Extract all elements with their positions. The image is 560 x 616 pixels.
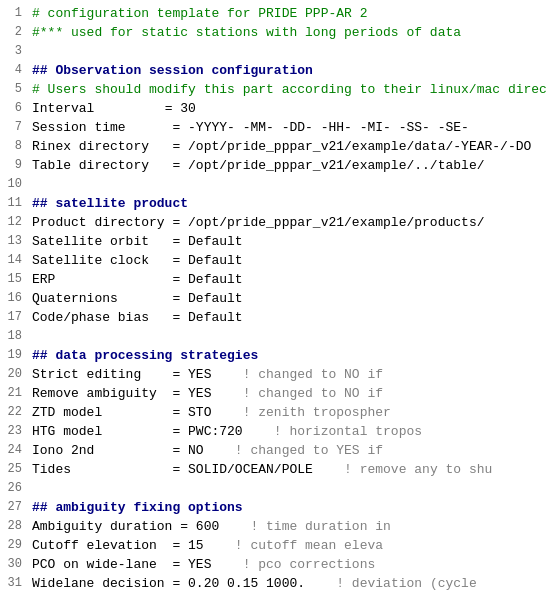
code-line: 1# configuration template for PRIDE PPP-… — [0, 4, 560, 23]
equals-sign: = — [165, 215, 188, 230]
line-number: 10 — [0, 175, 28, 194]
line-content: ## satellite product — [28, 194, 560, 213]
line-number: 16 — [0, 289, 28, 308]
key-text: Rinex directory — [32, 139, 165, 154]
note-text: ! time duration in — [219, 519, 391, 534]
code-editor: 1# configuration template for PRIDE PPP-… — [0, 0, 560, 597]
code-line: 21Remove ambiguity = YES ! changed to NO… — [0, 384, 560, 403]
key-text: Product directory — [32, 215, 165, 230]
line-number: 17 — [0, 308, 28, 327]
line-number: 28 — [0, 517, 28, 536]
key-text: ERP — [32, 272, 165, 287]
equals-sign: = — [165, 234, 188, 249]
equals-sign: = — [157, 101, 180, 116]
value-text: /opt/pride_pppar_v21/example/data/-YEAR-… — [188, 139, 531, 154]
key-text: Interval — [32, 101, 157, 116]
note-text: ! cutoff mean eleva — [204, 538, 383, 553]
value-text: NO — [188, 443, 204, 458]
value-text: /opt/pride_pppar_v21/example/../table/ — [188, 158, 484, 173]
code-line: 10 — [0, 175, 560, 194]
comment-text: #*** used for static stations with long … — [32, 25, 461, 40]
value-text: Default — [188, 272, 243, 287]
value-text: SOLID/OCEAN/POLE — [188, 462, 313, 477]
equals-sign: = — [165, 462, 188, 477]
code-line: 27## ambiguity fixing options — [0, 498, 560, 517]
code-line: 19## data processing strategies — [0, 346, 560, 365]
line-number: 12 — [0, 213, 28, 232]
equals-sign: = — [165, 310, 188, 325]
key-text: Iono 2nd — [32, 443, 165, 458]
line-number: 18 — [0, 327, 28, 346]
value-text: Default — [188, 310, 243, 325]
line-number: 8 — [0, 137, 28, 156]
line-number: 1 — [0, 4, 28, 23]
line-number: 30 — [0, 555, 28, 574]
line-content: Product directory = /opt/pride_pppar_v21… — [28, 213, 560, 232]
value-text: Default — [188, 291, 243, 306]
value-text: YES — [188, 386, 211, 401]
note-text: ! changed to NO if — [211, 386, 383, 401]
line-content: ## data processing strategies — [28, 346, 560, 365]
line-number: 27 — [0, 498, 28, 517]
line-content: # configuration template for PRIDE PPP-A… — [28, 4, 560, 23]
key-text: Satellite orbit — [32, 234, 165, 249]
equals-sign: = — [165, 538, 188, 553]
equals-sign: = — [165, 158, 188, 173]
code-line: 7Session time = -YYYY- -MM- -DD- -HH- -M… — [0, 118, 560, 137]
equals-sign: = — [165, 443, 188, 458]
key-text: Code/phase bias — [32, 310, 165, 325]
line-content: Strict editing = YES ! changed to NO if — [28, 365, 560, 384]
code-line: 22ZTD model = STO ! zenith tropospher — [0, 403, 560, 422]
line-number: 5 — [0, 80, 28, 99]
value-text: YES — [188, 557, 211, 572]
line-content: PCO on wide-lane = YES ! pco corrections — [28, 555, 560, 574]
value-text: 0.20 0.15 1000. — [188, 576, 305, 591]
code-line: 12Product directory = /opt/pride_pppar_v… — [0, 213, 560, 232]
code-line: 20Strict editing = YES ! changed to NO i… — [0, 365, 560, 384]
equals-sign: = — [165, 424, 188, 439]
equals-sign: = — [165, 139, 188, 154]
code-line: 2#*** used for static stations with long… — [0, 23, 560, 42]
line-content: HTG model = PWC:720 ! horizontal tropos — [28, 422, 560, 441]
code-line: 5# Users should modify this part accordi… — [0, 80, 560, 99]
value-text: 600 — [196, 519, 219, 534]
line-number: 3 — [0, 42, 28, 61]
code-line: 16Quaternions = Default — [0, 289, 560, 308]
key-text: Quaternions — [32, 291, 165, 306]
code-line: 18 — [0, 327, 560, 346]
value-text: Default — [188, 234, 243, 249]
line-content: ERP = Default — [28, 270, 560, 289]
line-content: Remove ambiguity = YES ! changed to NO i… — [28, 384, 560, 403]
line-content: Quaternions = Default — [28, 289, 560, 308]
line-content: ## ambiguity fixing options — [28, 498, 560, 517]
comment-text: # configuration template for PRIDE PPP-A… — [32, 6, 367, 21]
value-text: STO — [188, 405, 211, 420]
line-number: 11 — [0, 194, 28, 213]
value-text: YES — [188, 367, 211, 382]
key-text: Session time — [32, 120, 165, 135]
line-number: 31 — [0, 574, 28, 593]
heading-text: ## Observation session configuration — [32, 63, 313, 78]
equals-sign: = — [165, 557, 188, 572]
code-line: 15ERP = Default — [0, 270, 560, 289]
heading-text: ## ambiguity fixing options — [32, 500, 243, 515]
code-line: 4## Observation session configuration — [0, 61, 560, 80]
line-number: 6 — [0, 99, 28, 118]
equals-sign: = — [165, 291, 188, 306]
key-text: Strict editing — [32, 367, 165, 382]
line-content: Interval = 30 — [28, 99, 560, 118]
line-number: 20 — [0, 365, 28, 384]
value-text: Default — [188, 253, 243, 268]
line-content: Iono 2nd = NO ! changed to YES if — [28, 441, 560, 460]
key-text: Widelane decision — [32, 576, 165, 591]
heading-text: ## data processing strategies — [32, 348, 258, 363]
value-text: 15 — [188, 538, 204, 553]
key-text: ZTD model — [32, 405, 165, 420]
line-content: #*** used for static stations with long … — [28, 23, 560, 42]
line-number: 14 — [0, 251, 28, 270]
line-content: Widelane decision = 0.20 0.15 1000. ! de… — [28, 574, 560, 593]
line-number: 23 — [0, 422, 28, 441]
line-content: Code/phase bias = Default — [28, 308, 560, 327]
line-number: 9 — [0, 156, 28, 175]
line-content: Satellite clock = Default — [28, 251, 560, 270]
